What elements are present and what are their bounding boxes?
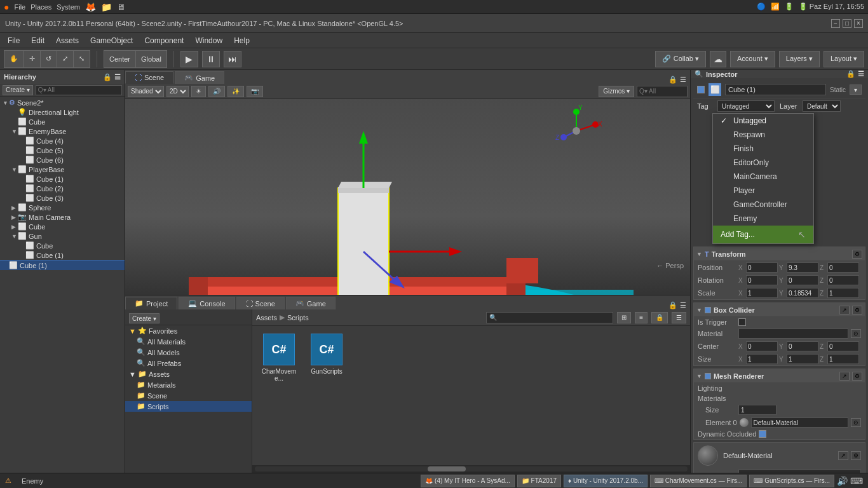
layout-btn[interactable]: Layout ▾ [824, 51, 864, 67]
center-y-input[interactable] [787, 341, 818, 351]
lock-icon-bottom[interactable]: 🔒 [668, 301, 677, 309]
material-ref-btn[interactable]: ↗ [838, 451, 848, 460]
account-btn[interactable]: Account ▾ [730, 51, 775, 67]
hier-item-cube6[interactable]: ⬜ Cube (6) [0, 155, 125, 165]
close-btn[interactable]: × [854, 19, 863, 28]
tag-gamecontroller[interactable]: GameController [713, 198, 813, 212]
tag-untagged[interactable]: ✓ Untagged [713, 114, 813, 128]
scrollbar-thumb[interactable] [428, 466, 466, 471]
scripts-item[interactable]: 📁 Scripts [125, 401, 252, 412]
element0-target[interactable]: ⊙ [851, 418, 861, 427]
object-name-input[interactable] [725, 84, 826, 95]
collider-ref-btn[interactable]: ↗ [839, 306, 850, 315]
taskbar-firefox[interactable]: 🦊 (4) My IT Hero - A SysAd... [421, 475, 515, 487]
add-tag-btn[interactable]: Add Tag... ↖ [713, 226, 813, 243]
renderer-header[interactable]: ▼ Mesh Renderer ↗ ⚙ [694, 369, 865, 383]
inspector-lock[interactable]: 🔒 [846, 70, 855, 78]
scale-y-input[interactable] [787, 288, 818, 298]
view-select[interactable]: 2D [166, 86, 189, 97]
menu-edit[interactable]: Edit [26, 35, 50, 46]
system-menu[interactable]: System [57, 3, 80, 11]
project-view-btn[interactable]: ⊞ [617, 312, 631, 323]
rot-z-input[interactable] [827, 275, 859, 285]
tag-finish[interactable]: Finish [713, 142, 813, 156]
collider-enabled[interactable] [705, 307, 711, 313]
hierarchy-search-input[interactable] [36, 85, 122, 95]
menu-file[interactable]: File [3, 35, 25, 46]
menu-icon-bottom[interactable]: ☰ [680, 301, 686, 309]
center-btn[interactable]: Center [104, 51, 136, 67]
hierarchy-menu[interactable]: ☰ [114, 73, 121, 81]
pos-x-input[interactable] [746, 262, 778, 273]
metarials-item[interactable]: 📁 Metarials [125, 379, 252, 390]
project-create-btn[interactable]: Create ▾ [129, 313, 159, 323]
breadcrumb-assets[interactable]: Assets [256, 314, 277, 322]
lock-icon[interactable]: 🔒 [668, 76, 677, 84]
tag-maincamera[interactable]: MainCamera [713, 170, 813, 184]
minimize-btn[interactable]: − [831, 19, 840, 28]
scene-search[interactable] [637, 86, 688, 97]
tab-scene-bottom[interactable]: ⛶ Scene [236, 297, 285, 309]
element0-input[interactable] [751, 417, 848, 428]
hier-item-cube-mid[interactable]: ▶ ⬜ Cube [0, 222, 125, 231]
favorites-folder[interactable]: ▼ ⭐ Favorites [125, 325, 252, 336]
audio-btn[interactable]: 🔊 [208, 86, 225, 97]
menu-help[interactable]: Help [229, 35, 255, 46]
play-btn[interactable]: ▶ [180, 51, 198, 67]
hier-item-dirlight[interactable]: 💡 Directional Light [0, 107, 125, 117]
size-x-input[interactable] [746, 354, 778, 364]
hier-item-scene2[interactable]: ▼ ⚙ Scene2* [0, 98, 125, 107]
active-checkbox[interactable] [697, 86, 705, 93]
menu-assets[interactable]: Assets [51, 35, 84, 46]
collider-material-target[interactable]: ⊙ [851, 329, 861, 338]
tab-project[interactable]: 📁 Project [125, 297, 177, 309]
pos-y-input[interactable] [787, 262, 818, 273]
scale-x-input[interactable] [746, 288, 778, 298]
breadcrumb-scripts[interactable]: Scripts [287, 314, 309, 322]
effects-btn[interactable]: ✨ [227, 86, 244, 97]
all-prefabs-item[interactable]: 🔍 All Prefabs [125, 358, 252, 369]
assets-folder[interactable]: ▼ 📁 Assets [125, 369, 252, 379]
pause-btn[interactable]: ⏸ [202, 51, 220, 67]
shading-select[interactable]: Shaded [128, 86, 164, 97]
project-menu-btn[interactable]: ☰ [672, 312, 686, 323]
taskbar-charmove[interactable]: ⌨ CharMovement.cs — Firs... [650, 475, 747, 487]
taskbar-folder[interactable]: 📁 FTA2017 [517, 475, 561, 487]
hier-item-cube-gun1[interactable]: ⬜ Cube [0, 241, 125, 250]
hier-item-cube2[interactable]: ⬜ Cube (2) [0, 184, 125, 193]
tab-game-bottom[interactable]: 🎮 Game [286, 297, 336, 309]
hand-tool[interactable]: ✋ [4, 51, 24, 67]
collider-material-input[interactable] [738, 329, 848, 339]
menu-icon[interactable]: ☰ [680, 76, 686, 84]
taskbar-gunscripts[interactable]: ⌨ GunScripts.cs — Firs... [749, 475, 834, 487]
places-menu[interactable]: Places [31, 3, 51, 11]
scene-item[interactable]: 📁 Scene [125, 390, 252, 401]
all-materials-item[interactable]: 🔍 All Materials [125, 336, 252, 347]
tab-console[interactable]: 💻 Console [179, 297, 234, 309]
center-x-input[interactable] [746, 341, 778, 351]
hierarchy-create-btn[interactable]: Create ▾ [3, 85, 33, 95]
transform-settings-btn[interactable]: ⚙ [852, 250, 862, 259]
hier-item-maincam[interactable]: ▶ 📷 Main Camera [0, 212, 125, 222]
file-item-charmove[interactable]: C# CharMoveme... [257, 331, 301, 384]
hier-item-enemybase[interactable]: ▼ ⬜ EnemyBase [0, 126, 125, 136]
tag-player[interactable]: Player [713, 184, 813, 198]
inspector-menu[interactable]: ☰ [858, 70, 864, 78]
rotate-tool[interactable]: ↺ [41, 51, 57, 67]
tab-game[interactable]: 🎮 Game [175, 71, 224, 84]
hier-item-cube4[interactable]: ⬜ Cube (4) [0, 136, 125, 146]
hier-item-cube3[interactable]: ⬜ Cube (3) [0, 193, 125, 203]
all-models-item[interactable]: 🔍 All Models [125, 347, 252, 358]
scale-tool[interactable]: ⤢ [57, 51, 74, 67]
layers-btn[interactable]: Layers ▾ [779, 51, 820, 67]
global-btn[interactable]: Global [136, 51, 166, 67]
collider-header[interactable]: ▼ Box Collider ↗ ⚙ [694, 303, 865, 317]
renderer-enabled[interactable] [705, 373, 711, 379]
gizmos-btn[interactable]: Gizmos ▾ [599, 86, 634, 97]
tab-scene[interactable]: ⛶ Scene [125, 71, 173, 84]
center-z-input[interactable] [827, 341, 859, 351]
hierarchy-lock[interactable]: 🔒 [103, 73, 112, 81]
project-lock-btn[interactable]: 🔒 [651, 312, 668, 323]
layer-select[interactable]: Default [803, 100, 841, 112]
terminal-icon[interactable]: 🖥 [117, 2, 126, 12]
